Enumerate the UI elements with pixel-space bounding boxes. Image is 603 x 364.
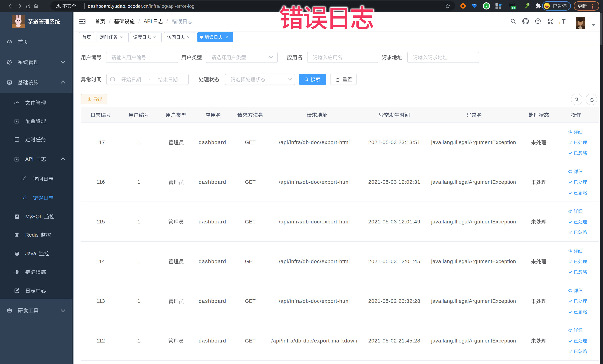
svg-text:on: on xyxy=(512,7,515,9)
